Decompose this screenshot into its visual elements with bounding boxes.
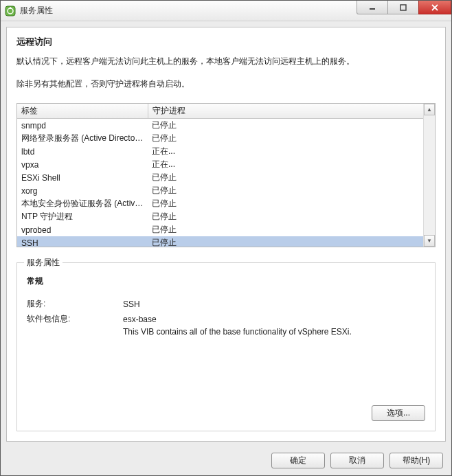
cell-label: NTP 守护进程	[17, 210, 148, 223]
close-button[interactable]	[418, 1, 451, 14]
package-label: 软件包信息:	[27, 313, 123, 325]
services-table-container: 标签 守护进程 snmpd已停止网络登录服务器 (Active Director…	[16, 103, 436, 247]
minimize-button[interactable]	[357, 1, 388, 14]
table-row[interactable]: SSH已停止	[17, 236, 423, 247]
table-row[interactable]: vpxa正在...	[17, 158, 423, 171]
cell-label: SSH	[17, 236, 148, 247]
help-button[interactable]: 帮助(H)	[389, 453, 443, 468]
column-header-daemon[interactable]: 守护进程	[148, 104, 423, 119]
column-header-label[interactable]: 标签	[17, 104, 148, 119]
cell-label: xorg	[17, 184, 148, 197]
cell-label: vpxa	[17, 158, 148, 171]
scroll-track[interactable]	[424, 115, 435, 235]
table-row[interactable]: xorg已停止	[17, 184, 423, 197]
cell-daemon: 已停止	[148, 132, 423, 145]
cancel-button[interactable]: 取消	[330, 453, 384, 468]
cell-daemon: 已停止	[148, 197, 423, 210]
options-button[interactable]: 选项...	[372, 405, 425, 421]
ok-button[interactable]: 确定	[271, 453, 325, 468]
cell-label: snmpd	[17, 119, 148, 133]
window-title: 服务属性	[20, 5, 53, 16]
cell-label: 网络登录服务器 (Active Directory...	[17, 132, 148, 145]
details-subheading: 常规	[27, 275, 425, 287]
table-row[interactable]: NTP 守护进程已停止	[17, 210, 423, 223]
titlebar[interactable]: 服务属性	[1, 1, 451, 21]
section-heading: 远程访问	[16, 36, 436, 48]
svg-rect-4	[400, 5, 406, 10]
cell-label: lbtd	[17, 145, 148, 158]
cell-daemon: 已停止	[148, 119, 423, 133]
window-buttons	[357, 1, 451, 14]
services-table[interactable]: 标签 守护进程 snmpd已停止网络登录服务器 (Active Director…	[17, 104, 423, 247]
dialog-footer: 确定 取消 帮助(H)	[1, 447, 451, 475]
details-legend: 服务属性	[24, 257, 63, 269]
service-value: SSH	[123, 298, 425, 310]
service-label: 服务:	[27, 298, 123, 310]
description-line-2: 除非另有其他配置，否则守护进程将自动启动。	[16, 78, 436, 91]
table-row[interactable]: ESXi Shell已停止	[17, 171, 423, 184]
table-scrollbar[interactable]: ▲ ▼	[423, 104, 435, 247]
cell-daemon: 已停止	[148, 171, 423, 184]
service-details-group: 服务属性 常规 服务: SSH 软件包信息: esx-base This VIB…	[16, 262, 436, 431]
content-panel: 远程访问 默认情况下，远程客户端无法访问此主机上的服务，本地客户端无法访问远程主…	[6, 27, 446, 442]
table-row[interactable]: snmpd已停止	[17, 119, 423, 133]
table-row[interactable]: 本地安全身份验证服务器 (Active...已停止	[17, 197, 423, 210]
cell-daemon: 已停止	[148, 223, 423, 236]
cell-daemon: 已停止	[148, 210, 423, 223]
cell-daemon: 已停止	[148, 236, 423, 247]
cell-label: ESXi Shell	[17, 171, 148, 184]
description-line-1: 默认情况下，远程客户端无法访问此主机上的服务，本地客户端无法访问远程主机上的服务…	[16, 55, 436, 68]
service-row: 服务: SSH	[27, 298, 425, 310]
cell-label: vprobed	[17, 223, 148, 236]
app-icon	[5, 5, 16, 16]
package-row: 软件包信息: esx-base This VIB contains all of…	[27, 313, 425, 338]
dialog-window: 服务属性 远程访问 默认情况下，远程客户端无法访问此主机上的服务，本地客户端无法…	[0, 0, 452, 476]
cell-label: 本地安全身份验证服务器 (Active...	[17, 197, 148, 210]
cell-daemon: 正在...	[148, 158, 423, 171]
cell-daemon: 正在...	[148, 145, 423, 158]
package-value: esx-base This VIB contains all of the ba…	[123, 313, 425, 338]
table-row[interactable]: 网络登录服务器 (Active Directory...已停止	[17, 132, 423, 145]
table-row[interactable]: lbtd正在...	[17, 145, 423, 158]
cell-daemon: 已停止	[148, 184, 423, 197]
scroll-up-button[interactable]: ▲	[424, 104, 435, 115]
scroll-down-button[interactable]: ▼	[424, 235, 435, 247]
table-row[interactable]: vprobed已停止	[17, 223, 423, 236]
maximize-button[interactable]	[387, 1, 419, 14]
